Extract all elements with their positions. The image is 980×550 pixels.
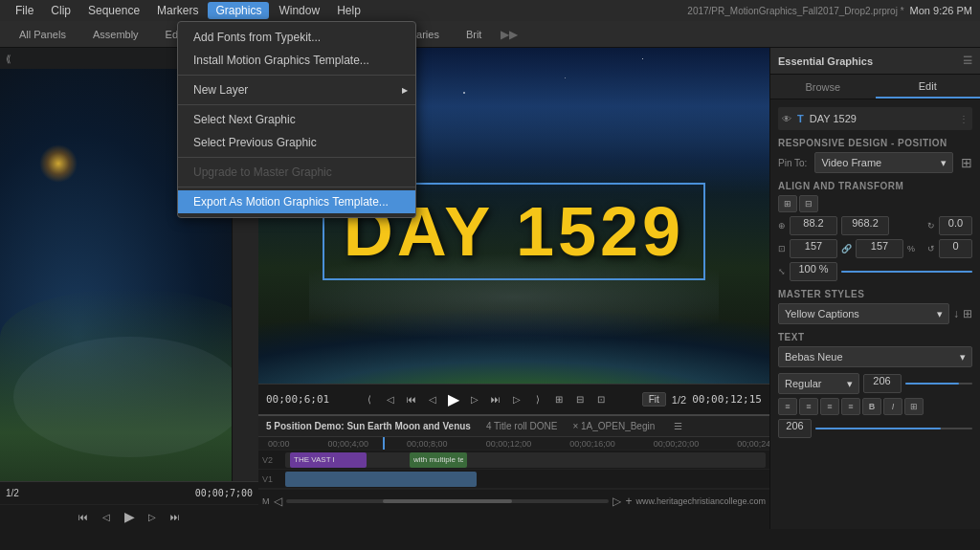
- menu-select-prev-graphic[interactable]: Select Previous Graphic: [178, 131, 415, 154]
- menu-select-next-graphic[interactable]: Select Next Graphic: [178, 108, 415, 131]
- btn-mark-in[interactable]: ⟨: [362, 392, 377, 407]
- left-scale: 1/2: [6, 488, 19, 498]
- text-italic[interactable]: I: [883, 398, 902, 415]
- ruler-marks: 00:00 00;00;4;00 00;00;8;00 00;00;12;00 …: [258, 439, 769, 449]
- menu-graphics[interactable]: Graphics: [208, 2, 269, 19]
- master-styles-pull-icon[interactable]: ⊞: [963, 307, 972, 320]
- height-input[interactable]: 157: [856, 239, 903, 258]
- tab-brit[interactable]: Brit: [455, 25, 494, 44]
- btn-prev-frame-left[interactable]: ◁: [99, 509, 114, 524]
- clip-blue-bg[interactable]: [285, 472, 477, 487]
- btn-insert[interactable]: ⊞: [551, 392, 567, 407]
- y-position-input[interactable]: 968.2: [841, 216, 889, 235]
- btn-play-main[interactable]: ▶: [446, 392, 461, 407]
- rotation-icon: ↻: [927, 221, 935, 231]
- layer-options-icon[interactable]: ⋮: [959, 114, 969, 124]
- scale-slider[interactable]: [841, 271, 972, 273]
- text-extra[interactable]: ⊞: [904, 398, 924, 415]
- btn-next-frame[interactable]: ▷: [467, 392, 482, 407]
- tab-browse[interactable]: Browse: [770, 75, 876, 99]
- rotation2-input[interactable]: 0: [939, 239, 972, 258]
- text-align-left[interactable]: ≡: [778, 398, 797, 415]
- bottom-size-input[interactable]: 206: [778, 419, 812, 438]
- x-position-input[interactable]: 88.2: [790, 216, 837, 235]
- menu-clip[interactable]: Clip: [43, 2, 78, 19]
- menu-install-template[interactable]: Install Motion Graphics Template...: [178, 49, 415, 72]
- menu-export-template[interactable]: Export As Motion Graphics Template...: [178, 190, 415, 213]
- clip-purple-1[interactable]: THE VAST I: [290, 452, 367, 468]
- sun-glow: [39, 144, 78, 183]
- menu-help[interactable]: Help: [329, 2, 368, 19]
- layer-row-day[interactable]: 👁 T DAY 1529 ⋮: [778, 107, 972, 130]
- btn-next-frame-left[interactable]: ▷: [145, 509, 160, 524]
- timeline-scrollbar-thumb[interactable]: [383, 499, 512, 503]
- track-v1-content[interactable]: [285, 472, 766, 487]
- separator-3: [178, 157, 415, 158]
- tab-all-panels[interactable]: All Panels: [8, 25, 78, 44]
- text-bold[interactable]: B: [862, 398, 881, 415]
- menu-sequence[interactable]: Sequence: [80, 2, 147, 19]
- text-section-label: Text: [778, 332, 972, 342]
- timeline-tab-1[interactable]: 5 Position Demo: Sun Earth Moon and Venu…: [266, 421, 471, 431]
- url-label: www.heritagechristiancollege.com: [635, 496, 766, 506]
- btn-goto-start-left[interactable]: ⏮: [76, 509, 91, 524]
- width-input[interactable]: 157: [790, 239, 837, 258]
- text-align-justify[interactable]: ≡: [841, 398, 860, 415]
- pin-to-chevron: ▾: [941, 157, 947, 169]
- more-tabs-button[interactable]: ▶▶: [501, 28, 518, 41]
- eye-icon[interactable]: 👁: [782, 114, 791, 124]
- menu-markers[interactable]: Markers: [149, 2, 206, 19]
- menu-add-fonts[interactable]: Add Fonts from Typekit...: [178, 26, 415, 49]
- fit-dropdown[interactable]: Fit: [642, 392, 666, 407]
- btn-play-left[interactable]: ▶: [122, 509, 137, 524]
- align-transform-label: Align and Transform: [778, 181, 972, 191]
- scale-input[interactable]: 100 %: [790, 262, 837, 281]
- clip-green-1[interactable]: with multiple tex: [410, 452, 467, 468]
- align-btn-1[interactable]: ⊞: [778, 195, 797, 212]
- menu-bar: File Clip Sequence Markers Graphics Wind…: [0, 0, 980, 21]
- btn-go-fwd[interactable]: ⏭: [488, 392, 503, 407]
- menu-window[interactable]: Window: [271, 2, 327, 19]
- btn-go-back[interactable]: ⏮: [404, 392, 419, 407]
- btn-timeline-next[interactable]: ▷: [612, 495, 621, 508]
- playhead[interactable]: [383, 437, 385, 450]
- tab-edit[interactable]: Edit: [876, 75, 981, 99]
- font-size-slider[interactable]: [905, 383, 973, 385]
- menu-file[interactable]: File: [8, 2, 41, 19]
- timeline-tab-2[interactable]: 4 Title roll DONE: [486, 421, 557, 431]
- btn-step-fwd[interactable]: ▷: [509, 392, 524, 407]
- btn-goto-end-left[interactable]: ⏭: [167, 509, 183, 524]
- menu-new-layer[interactable]: New Layer: [178, 78, 415, 101]
- star-3: [463, 92, 465, 94]
- btn-timeline-prev[interactable]: ◁: [274, 495, 282, 508]
- align-btn-2[interactable]: ⊟: [799, 195, 818, 212]
- btn-prev-frame[interactable]: ◁: [425, 392, 440, 407]
- font-dropdown[interactable]: Bebas Neue ▾: [778, 346, 972, 367]
- preview-time-bar: 00;00;6;01 ⟨ ◁ ⏮ ◁ ▶ ▷ ⏭ ▷ ⟩ ⊞ ⊟ ⊡ Fit: [258, 384, 769, 414]
- text-align-center[interactable]: ≡: [799, 398, 818, 415]
- link-icon[interactable]: 🔗: [841, 244, 852, 253]
- pin-to-dropdown[interactable]: Video Frame ▾: [814, 152, 953, 173]
- btn-step-back[interactable]: ◁: [383, 392, 398, 407]
- btn-mark-out[interactable]: ⟩: [530, 392, 546, 407]
- timeline-menu-icon[interactable]: ☰: [674, 421, 682, 431]
- btn-timeline-add[interactable]: +: [625, 495, 632, 508]
- rotation2-icon: ↺: [927, 244, 935, 253]
- text-align-right[interactable]: ≡: [820, 398, 839, 415]
- track-v2-content[interactable]: THE VAST I with multiple tex: [285, 452, 766, 468]
- font-size-input[interactable]: 206: [863, 374, 902, 393]
- timeline-scrollbar[interactable]: [286, 499, 610, 503]
- bottom-size-slider[interactable]: [815, 428, 972, 429]
- panel-menu-icon[interactable]: ☰: [963, 55, 972, 67]
- font-style-dropdown[interactable]: Regular ▾: [778, 373, 859, 394]
- pin-to-icon[interactable]: ⊞: [961, 155, 972, 170]
- btn-overwrite[interactable]: ⊟: [572, 392, 588, 407]
- timeline-tab-3[interactable]: × 1A_OPEN_Begin: [572, 421, 655, 431]
- font-style-row: Regular ▾ 206: [778, 373, 972, 394]
- btn-export[interactable]: ⊡: [593, 392, 609, 407]
- master-styles-dropdown[interactable]: Yellow Captions ▾: [778, 303, 949, 324]
- rotation-input[interactable]: 0.0: [939, 216, 972, 235]
- master-styles-push-icon[interactable]: ↓: [953, 307, 959, 320]
- tab-assembly[interactable]: Assembly: [81, 25, 150, 44]
- master-styles-chevron: ▾: [937, 308, 943, 320]
